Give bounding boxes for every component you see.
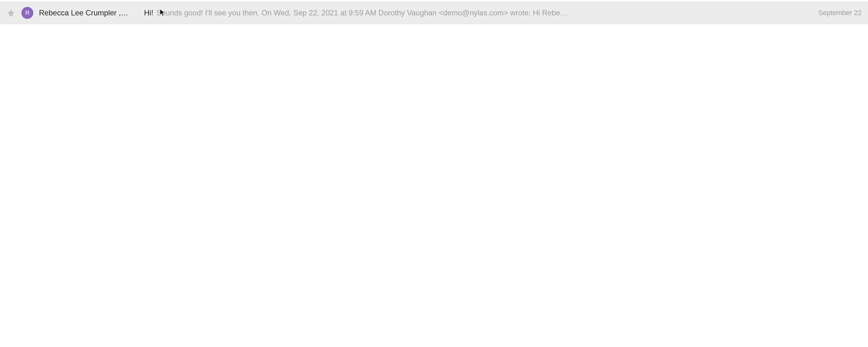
star-icon[interactable]: [6, 8, 16, 18]
sender-name: Rebecca Lee Crumpler , Dorothy: [39, 8, 130, 17]
star-svg: [7, 8, 16, 17]
avatar-initial: R: [25, 9, 30, 17]
sender-avatar: R: [21, 7, 33, 19]
email-date: September 22: [818, 9, 862, 17]
email-list-row[interactable]: R Rebecca Lee Crumpler , Dorothy Hi! Sou…: [0, 2, 868, 24]
email-subject: Hi!: [144, 8, 153, 17]
email-snippet: Sounds good! I'll see you then. On Wed, …: [156, 8, 810, 17]
